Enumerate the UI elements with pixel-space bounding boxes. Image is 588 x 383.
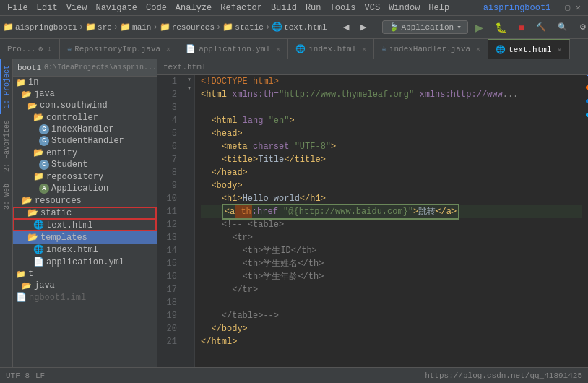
menu-edit[interactable]: Edit [33,3,62,13]
tree-item-t[interactable]: 📁 t [13,268,157,280]
debug-button[interactable]: 🐛 [490,20,511,35]
tree-item-applicationyml[interactable]: 📄 application.yml [13,256,157,268]
code-line-11: <a th:href="@{http://www.baidu.com}">跳转<… [201,205,582,218]
menu-navigate[interactable]: Navigate [91,3,142,13]
tab-bar: Pro... ⚙ ↕ ☕ RepositoryImp.java ✕ 📄 appl… [0,39,588,59]
tab-repositoryimp[interactable]: ☕ RepositoryImp.java ✕ [60,39,178,59]
tab-html-icon-1: 🌐 [295,44,306,53]
tree-item-indexhandler[interactable]: C indexHandler [13,124,157,135]
tree-item-studenthandler[interactable]: C StudentHandler [13,135,157,147]
menu-bar: File Edit View Navigate Code Analyze Ref… [0,0,588,16]
back-button[interactable]: ◀ [339,21,353,33]
tree-item-java2[interactable]: 📂 java [13,280,157,291]
menu-vcs[interactable]: VCS [360,3,385,13]
menu-file[interactable]: File [3,3,33,13]
code-line-21: </html> [201,335,582,348]
tree-item-ngboot[interactable]: 📄 ngboot1.iml [13,291,157,304]
tab-indexhandler-label: indexHandler.java [389,45,470,53]
project-breadcrumb: 📁 aispringboot1 › 📁 src › 📁 main › 📁 res… [3,22,327,33]
tab-indexhtml[interactable]: 🌐 index.html ✕ [288,39,374,59]
tree-item-templates[interactable]: 📂 templates [13,231,157,244]
tree-item-repository[interactable]: 📁 repoository [13,171,157,183]
build-button[interactable]: 🔨 [532,21,550,33]
code-area[interactable]: <!DOCTYPE html> <html xmlns:th="http://w… [195,75,588,367]
tree-item-comsouthwind[interactable]: 📂 com.southwind [13,100,157,111]
tab-texthtml[interactable]: 🌐 text.html ✕ [488,39,569,59]
title-open: <title> [222,153,258,166]
folder-icon-controller: 📂 [33,112,44,123]
charset-val: "UTF-8" [295,140,331,153]
menu-run[interactable]: Run [301,3,326,13]
search-button[interactable]: 🔍 [553,21,572,33]
tree-label-texthtml: text.html [46,220,93,231]
menu-help[interactable]: Help [424,3,454,13]
menu-view[interactable]: View [62,3,92,13]
tree-label-comsouthwind: com.southwind [40,100,108,111]
tab-indexhandler-close[interactable]: ✕ [476,45,480,53]
tree-item-indexhtml[interactable]: 🌐 index.html [13,244,157,256]
tab-applicationyml[interactable]: 📄 application.yml ✕ [178,39,288,59]
tree-label-indexhtml: index.html [46,245,98,255]
tab-project[interactable]: Pro... ⚙ ↕ [0,39,60,59]
menu-tools[interactable]: Tools [326,3,360,13]
tree-label-indexhandler: indexHandler [51,124,113,134]
tab-html-icon-2: 🌐 [496,45,506,54]
menu-build[interactable]: Build [267,3,301,13]
status-encoding: UTF-8 [6,371,30,380]
editor-content[interactable]: 1 2 3 4 5 6 7 8 9 10 11 12 13 14 15 16 1… [157,75,588,367]
th-age: <th>学生年龄</th> [243,270,324,283]
tree-item-in[interactable]: 📁 in [13,77,157,88]
menu-window[interactable]: Window [384,3,424,13]
tree-label-studenthandler: StudentHandler [51,136,124,146]
menu-refactor[interactable]: Refactor [216,3,267,13]
tab-repositoryimp-close[interactable]: ✕ [166,45,170,53]
vtab-web[interactable]: 3: Web [0,178,13,215]
tree-item-student[interactable]: C Student [13,159,157,171]
tree-label-repository: repoository [46,172,103,182]
tab-indexhtml-close[interactable]: ✕ [362,45,366,53]
fold-5[interactable]: ▾ [183,75,195,84]
tab-applicationyml-close[interactable]: ✕ [276,45,280,53]
status-url: https://blog.csdn.net/qq_41891425 [425,371,582,380]
stop-button[interactable]: ■ [514,20,529,35]
line20-pad [201,322,211,335]
toolbar-main[interactable]: main [132,23,151,32]
ln-8: 8 [163,166,177,179]
tree-item-resources[interactable]: 📂 resources [13,194,157,207]
java-icon-indexhandler: C [39,124,49,134]
tree-item-application[interactable]: A Application [13,183,157,194]
forward-button[interactable]: ▶ [356,21,371,33]
tree-item-java[interactable]: 📂 java [13,88,157,100]
tree-item-static[interactable]: 📂 static [13,207,157,219]
tab-texthtml-close[interactable]: ✕ [558,46,562,54]
tree-item-entity[interactable]: 📂 entity [13,147,157,159]
tree-label-templates: templates [40,233,87,243]
run-config-dropdown[interactable]: ▾ [457,22,462,32]
tab-repositoryimp-label: RepositoryImp.java [74,45,160,53]
run-config[interactable]: 🍃 Application ▾ [382,20,468,34]
settings-button[interactable]: ⚙ [575,21,588,33]
ln-21: 21 [163,335,177,348]
tree-item-texthtml[interactable]: 🌐 text.html [13,219,157,231]
nav-buttons: ◀ ▶ [339,21,371,33]
toolbar-resources[interactable]: resources [172,23,215,32]
run-button[interactable]: ▶ [471,20,488,35]
tab-indexhandler[interactable]: ☕ indexHandler.java ✕ [374,39,488,59]
title-close: </title> [284,153,326,166]
vtab-project[interactable]: 1: Project [0,59,13,114]
menu-analyze[interactable]: Analyze [171,3,216,13]
menu-code[interactable]: Code [142,3,171,13]
toolbar-texthtml[interactable]: text.html [284,23,327,32]
iml-icon: 📄 [16,292,27,303]
java-icon-studenthandler: C [39,136,49,146]
tree-label-static: static [40,208,72,218]
toolbar-static[interactable]: static [235,23,264,32]
main-icon: 📁 [120,22,131,33]
tree-item-controller[interactable]: 📂 controller [13,111,157,124]
folder-icon-t: 📁 [16,270,26,279]
toolbar-src[interactable]: src [98,23,112,32]
vtab-favorites[interactable]: 2: Favorites [0,114,13,178]
code-line-6: <meta charset="UTF-8"> [201,140,582,153]
toolbar-project[interactable]: aispringboot1 [15,23,77,32]
fold-9[interactable]: ▾ [183,84,195,92]
